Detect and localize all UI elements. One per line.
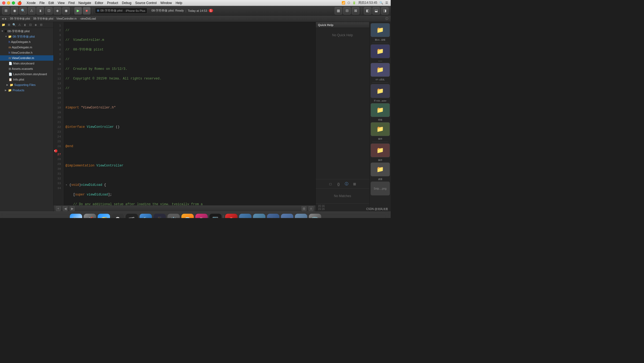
list-view-btn[interactable]: ≡ — [309, 206, 313, 211]
scheme-selector[interactable]: ⊞ 08-字符串做 plist › iPhone 6s Plus — [95, 8, 147, 14]
left-panel-toggle[interactable]: ◧ — [364, 7, 371, 14]
dock-simulator[interactable]: 📱 — [153, 214, 166, 218]
dock-terminal[interactable]: 🖥️ — [209, 214, 222, 218]
apple-menu[interactable]: 🍎 — [17, 1, 22, 5]
stop-button[interactable]: ■ — [83, 7, 90, 14]
nav-breakpoint-btn[interactable]: ◈ — [33, 23, 38, 27]
issues-button[interactable]: ⚠ — [28, 7, 35, 14]
find-menu[interactable]: Find — [68, 1, 75, 5]
nav-back-editor-btn[interactable]: ◀ — [63, 206, 68, 211]
breadcrumb-group[interactable]: 08-字符串做 plist — [33, 17, 53, 21]
rs-thumb-3[interactable]: 📁 — [371, 63, 390, 77]
file-item-root[interactable]: ▼ ⊞ 08-字符串做 plist — [0, 28, 53, 34]
standard-editor-button[interactable]: ▦ — [335, 7, 342, 14]
grid-view-btn[interactable]: ⊞ — [302, 206, 306, 211]
maximize-button[interactable] — [12, 1, 15, 5]
bottom-panel-toggle[interactable]: ⬓ — [372, 7, 380, 14]
minimize-button[interactable] — [7, 1, 10, 5]
view-menu[interactable]: View — [58, 1, 65, 5]
close-button[interactable] — [2, 1, 5, 5]
dock-finder[interactable]: 🔍 — [70, 214, 82, 218]
search-icon[interactable]: 🔍 — [379, 1, 383, 5]
nav-warning-btn[interactable]: ⚠ — [17, 23, 22, 27]
dock-folder1[interactable]: 📁 — [239, 214, 251, 218]
file-menu[interactable]: File — [39, 1, 45, 5]
dock-settings[interactable]: ⚙️ — [167, 214, 180, 218]
debug-menu[interactable]: Debug — [122, 1, 131, 5]
file-item-appdelegate-h[interactable]: h AppDelegate.h — [0, 39, 53, 45]
version-editor-button[interactable]: ⊠ — [352, 7, 359, 14]
dock-safari[interactable]: 🧭 — [98, 214, 110, 218]
dock-launchpad[interactable]: 🚀 — [84, 214, 96, 218]
breadcrumb-project[interactable]: 08-字符串做 plist — [10, 17, 30, 21]
dock-folder3[interactable]: 📁 — [267, 214, 279, 218]
rs-thumb-2[interactable]: 📁 — [371, 44, 390, 58]
hierarchy-button[interactable]: ◉ — [11, 7, 18, 14]
help-menu[interactable]: Help — [175, 1, 182, 5]
nav-debug-btn[interactable]: ⊡ — [28, 23, 33, 27]
rs-thumb-8[interactable]: 📁 — [371, 162, 390, 176]
editor-menu[interactable]: Editor — [95, 1, 103, 5]
code-area[interactable]: 1 2 3 4 5 6 7 8 9 10 11 12 13 14 15 16 1… — [54, 22, 316, 205]
code-content[interactable]: // // ViewController.m // 08-字符串做 plist … — [63, 22, 316, 205]
qh-file-icon[interactable]: □ — [328, 181, 334, 187]
dock-folder2[interactable]: 📁 — [253, 214, 265, 218]
rs-thumb-4[interactable]: 📁 — [371, 84, 390, 98]
dock-folder5[interactable]: 📁 — [295, 214, 307, 218]
tests-button[interactable]: ⧗ — [36, 7, 44, 14]
dock-sketch[interactable]: 💎 — [181, 214, 194, 218]
qh-settings-icon[interactable]: ⊞ — [352, 181, 358, 187]
rs-thumb-7[interactable]: 📁 — [371, 143, 390, 157]
nav-symbol-btn[interactable]: ⊞ — [6, 23, 11, 27]
file-item-launch-storyboard[interactable]: 📄 LaunchScreen.storyboard — [0, 71, 53, 77]
window-menu[interactable]: Window — [160, 1, 172, 5]
assistant-editor-button[interactable]: ⊟ — [343, 7, 351, 14]
qh-code-icon[interactable]: {} — [336, 181, 342, 187]
dock-browser-red[interactable]: 🎯 — [225, 214, 237, 218]
file-item-appdelegate-m[interactable]: m AppDelegate.m — [0, 45, 53, 50]
rs-thumb-5[interactable]: 📁 — [371, 103, 390, 117]
breadcrumb-method[interactable]: -viewDidLoad — [80, 17, 96, 20]
nav-log-btn[interactable]: ⊟ — [39, 23, 43, 27]
navigate-menu[interactable]: Navigate — [78, 1, 91, 5]
file-item-subgroup[interactable]: ▼ 📁 08-字符串做 plist — [0, 34, 53, 39]
breakpoints-button[interactable]: ◈ — [54, 7, 61, 14]
edit-menu[interactable]: Edit — [48, 1, 54, 5]
file-item-products[interactable]: ▶ 📁 Products — [0, 88, 53, 93]
breadcrumb-file[interactable]: ViewController.m — [56, 17, 76, 20]
dock-media[interactable]: 🎬 — [126, 214, 138, 218]
rs-thumb-6[interactable]: 📁 — [371, 122, 390, 136]
rs-thumb-1[interactable]: 📁 — [371, 23, 390, 37]
file-item-supporting-files[interactable]: ▶ 📁 Supporting Files — [0, 82, 53, 88]
xcode-menu[interactable]: Xcode — [27, 1, 36, 5]
search-nav-button[interactable]: 🔍 — [19, 7, 27, 14]
file-item-viewcontroller-h[interactable]: h ViewController.h — [0, 50, 53, 55]
product-menu[interactable]: Product — [107, 1, 118, 5]
nav-options-btn[interactable]: ⓘ — [384, 16, 389, 21]
nav-back-btn[interactable]: ◀ — [2, 17, 4, 20]
source-control-menu[interactable]: Source Control — [135, 1, 157, 5]
nav-fwd-btn[interactable]: ▶ — [5, 17, 7, 20]
debug-button[interactable]: ⊡ — [45, 7, 53, 14]
dock-p-app[interactable]: P — [195, 214, 208, 218]
nav-test-btn[interactable]: ⧗ — [23, 23, 27, 27]
nav-fwd-editor-btn[interactable]: ▶ — [70, 206, 75, 211]
dock-trash[interactable]: 🗑️ — [309, 214, 321, 218]
file-item-main-storyboard[interactable]: 📄 Main.storyboard — [0, 61, 53, 66]
file-item-viewcontroller-m[interactable]: m ViewController.m — [0, 55, 53, 61]
file-item-info-plist[interactable]: 📋 Info.plist — [0, 77, 53, 82]
right-panel-toggle[interactable]: ◨ — [381, 7, 389, 14]
add-file-btn[interactable]: + — [56, 206, 61, 211]
reports-button[interactable]: ◉ — [62, 7, 70, 14]
qh-info-icon[interactable]: ⓘ — [344, 181, 350, 187]
dock-mouse[interactable]: 🖱️ — [112, 214, 124, 218]
sidebar-toggle-button[interactable]: ⊞ — [2, 7, 10, 14]
run-button[interactable]: ▶ — [74, 7, 82, 14]
file-item-assets[interactable]: ⊞ Assets.xcassets — [0, 66, 53, 71]
dock-xcode[interactable]: 🔨 — [140, 214, 152, 218]
rs-thumb-snip[interactable]: Snip....png — [371, 182, 390, 195]
nav-search-btn[interactable]: 🔍 — [12, 23, 17, 27]
menu-icon[interactable]: ☰ — [385, 1, 388, 5]
nav-folder-btn[interactable]: 📁 — [1, 23, 6, 27]
dock-folder4[interactable]: 📁 — [281, 214, 293, 218]
